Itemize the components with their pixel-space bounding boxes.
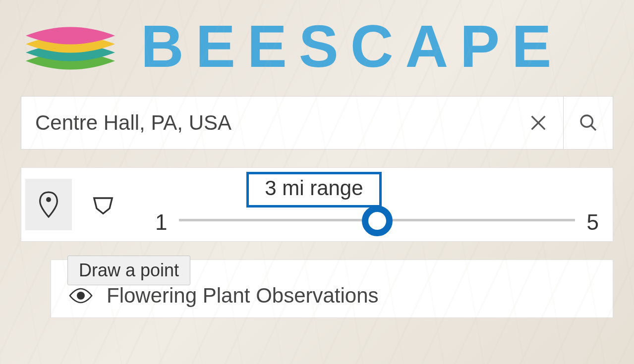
layer-item[interactable]: Flowering Plant Observations (69, 284, 595, 308)
layer-label: Flowering Plant Observations (107, 284, 379, 308)
slider-min-label: 1 (155, 211, 167, 233)
eye-icon (69, 287, 93, 304)
search-icon (578, 113, 598, 133)
draw-point-button[interactable] (25, 179, 72, 230)
slider-max-label: 5 (587, 211, 599, 233)
app-name: BEESCAPE (141, 16, 563, 76)
draw-polygon-button[interactable] (80, 179, 126, 230)
point-marker-icon (36, 189, 61, 220)
svg-point-1 (46, 197, 51, 202)
search-button[interactable] (563, 97, 613, 149)
range-slider: 1 3 mi range 5 (130, 168, 604, 241)
app-header: BEESCAPE (21, 14, 613, 78)
close-icon (528, 113, 548, 133)
draw-point-tooltip: Draw a point (67, 256, 190, 285)
slider-value-label: 3 mi range (246, 172, 381, 208)
slider-track[interactable]: 3 mi range (179, 168, 575, 227)
polygon-icon (90, 189, 116, 220)
search-bar (21, 96, 613, 150)
search-input[interactable] (21, 97, 514, 149)
slider-thumb[interactable] (362, 206, 393, 236)
tools-bar: 1 3 mi range 5 (21, 167, 613, 242)
logo-layers-icon (21, 14, 120, 78)
svg-point-0 (581, 115, 592, 127)
clear-button[interactable] (514, 97, 563, 149)
svg-point-2 (77, 292, 85, 300)
